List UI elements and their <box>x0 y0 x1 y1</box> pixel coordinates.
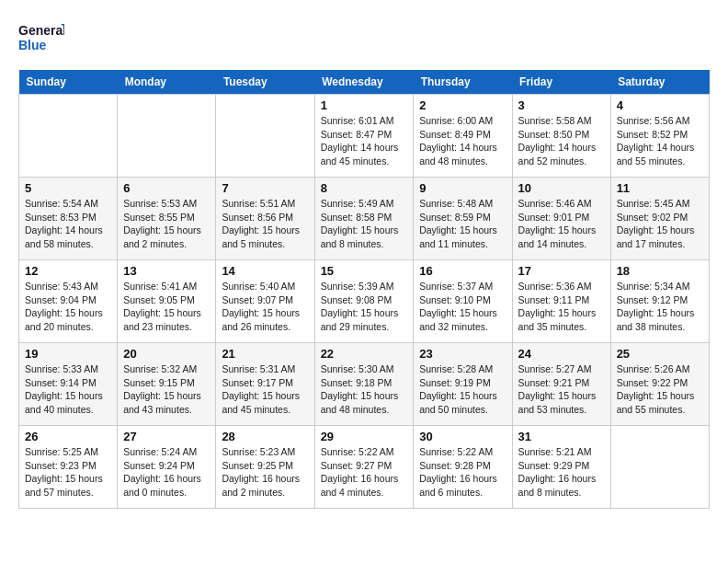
day-info: Sunrise: 5:49 AM Sunset: 8:58 PM Dayligh… <box>321 197 408 251</box>
calendar-cell: 29Sunrise: 5:22 AM Sunset: 9:27 PM Dayli… <box>314 426 414 509</box>
calendar-cell: 13Sunrise: 5:41 AM Sunset: 9:05 PM Dayli… <box>118 260 216 343</box>
day-info: Sunrise: 5:24 AM Sunset: 9:24 PM Dayligh… <box>123 445 210 500</box>
day-info: Sunrise: 5:53 AM Sunset: 8:55 PM Dayligh… <box>123 197 210 251</box>
day-info: Sunrise: 5:21 AM Sunset: 9:29 PM Dayligh… <box>518 445 605 500</box>
day-number: 13 <box>123 264 210 278</box>
calendar-cell: 18Sunrise: 5:34 AM Sunset: 9:12 PM Dayli… <box>610 260 709 343</box>
day-info: Sunrise: 5:46 AM Sunset: 9:01 PM Dayligh… <box>518 197 605 251</box>
calendar-cell: 8Sunrise: 5:49 AM Sunset: 8:58 PM Daylig… <box>314 178 414 260</box>
day-number: 30 <box>419 430 506 443</box>
day-number: 28 <box>222 430 308 443</box>
day-number: 15 <box>321 264 408 278</box>
day-header-tuesday: Tuesday <box>216 70 314 95</box>
calendar-cell: 5Sunrise: 5:54 AM Sunset: 8:53 PM Daylig… <box>19 178 118 260</box>
day-number: 26 <box>25 430 111 443</box>
day-number: 1 <box>321 98 408 112</box>
day-header-thursday: Thursday <box>414 70 512 95</box>
day-number: 12 <box>25 264 111 278</box>
day-number: 17 <box>518 264 605 278</box>
day-info: Sunrise: 5:33 AM Sunset: 9:14 PM Dayligh… <box>25 362 111 417</box>
day-info: Sunrise: 5:56 AM Sunset: 8:52 PM Dayligh… <box>617 114 703 168</box>
calendar-week-3: 12Sunrise: 5:43 AM Sunset: 9:04 PM Dayli… <box>19 260 710 343</box>
day-number: 9 <box>419 181 506 195</box>
day-info: Sunrise: 5:34 AM Sunset: 9:12 PM Dayligh… <box>617 280 703 334</box>
day-number: 21 <box>222 347 308 361</box>
calendar-cell: 31Sunrise: 5:21 AM Sunset: 9:29 PM Dayli… <box>512 426 610 509</box>
logo-svg: General Blue <box>18 18 64 55</box>
day-header-sunday: Sunday <box>19 70 118 95</box>
day-info: Sunrise: 5:31 AM Sunset: 9:17 PM Dayligh… <box>222 362 308 417</box>
day-number: 7 <box>222 181 308 195</box>
day-number: 8 <box>321 181 408 195</box>
day-header-monday: Monday <box>118 70 216 95</box>
calendar-week-4: 19Sunrise: 5:33 AM Sunset: 9:14 PM Dayli… <box>19 343 710 426</box>
day-info: Sunrise: 5:54 AM Sunset: 8:53 PM Dayligh… <box>25 197 111 251</box>
svg-text:Blue: Blue <box>18 38 47 52</box>
day-info: Sunrise: 5:41 AM Sunset: 9:05 PM Dayligh… <box>123 280 210 334</box>
calendar-cell: 7Sunrise: 5:51 AM Sunset: 8:56 PM Daylig… <box>216 178 314 260</box>
day-info: Sunrise: 5:25 AM Sunset: 9:23 PM Dayligh… <box>25 445 111 500</box>
day-number: 11 <box>617 181 703 195</box>
day-number: 3 <box>518 98 605 112</box>
day-info: Sunrise: 5:51 AM Sunset: 8:56 PM Dayligh… <box>222 197 308 251</box>
day-info: Sunrise: 5:32 AM Sunset: 9:15 PM Dayligh… <box>123 362 210 417</box>
day-info: Sunrise: 5:22 AM Sunset: 9:28 PM Dayligh… <box>419 445 506 500</box>
day-info: Sunrise: 5:48 AM Sunset: 8:59 PM Dayligh… <box>419 197 506 251</box>
day-info: Sunrise: 5:28 AM Sunset: 9:19 PM Dayligh… <box>419 362 506 417</box>
day-header-saturday: Saturday <box>610 70 709 95</box>
calendar-cell: 11Sunrise: 5:45 AM Sunset: 9:02 PM Dayli… <box>610 178 709 260</box>
calendar-cell <box>19 95 118 178</box>
calendar-cell: 22Sunrise: 5:30 AM Sunset: 9:18 PM Dayli… <box>314 343 414 426</box>
day-header-friday: Friday <box>512 70 610 95</box>
day-info: Sunrise: 6:01 AM Sunset: 8:47 PM Dayligh… <box>321 114 408 168</box>
calendar-cell: 15Sunrise: 5:39 AM Sunset: 9:08 PM Dayli… <box>314 260 414 343</box>
day-number: 10 <box>518 181 605 195</box>
day-info: Sunrise: 5:27 AM Sunset: 9:21 PM Dayligh… <box>518 362 605 417</box>
calendar-cell: 10Sunrise: 5:46 AM Sunset: 9:01 PM Dayli… <box>512 178 610 260</box>
day-info: Sunrise: 5:58 AM Sunset: 8:50 PM Dayligh… <box>518 114 605 168</box>
calendar-cell: 21Sunrise: 5:31 AM Sunset: 9:17 PM Dayli… <box>216 343 314 426</box>
calendar-table: SundayMondayTuesdayWednesdayThursdayFrid… <box>18 70 710 509</box>
calendar-cell: 2Sunrise: 6:00 AM Sunset: 8:49 PM Daylig… <box>414 95 512 178</box>
calendar-cell: 12Sunrise: 5:43 AM Sunset: 9:04 PM Dayli… <box>19 260 118 343</box>
calendar-cell <box>216 95 314 178</box>
logo: General Blue <box>18 18 64 55</box>
day-number: 18 <box>617 264 703 278</box>
calendar-cell: 28Sunrise: 5:23 AM Sunset: 9:25 PM Dayli… <box>216 426 314 509</box>
calendar-cell: 23Sunrise: 5:28 AM Sunset: 9:19 PM Dayli… <box>414 343 512 426</box>
day-number: 23 <box>419 347 506 361</box>
day-number: 2 <box>419 98 506 112</box>
day-info: Sunrise: 5:22 AM Sunset: 9:27 PM Dayligh… <box>321 445 408 500</box>
day-number: 31 <box>518 430 605 443</box>
calendar-cell: 6Sunrise: 5:53 AM Sunset: 8:55 PM Daylig… <box>118 178 216 260</box>
calendar-header: SundayMondayTuesdayWednesdayThursdayFrid… <box>19 70 710 95</box>
day-number: 4 <box>617 98 703 112</box>
day-info: Sunrise: 6:00 AM Sunset: 8:49 PM Dayligh… <box>419 114 506 168</box>
day-info: Sunrise: 5:39 AM Sunset: 9:08 PM Dayligh… <box>321 280 408 334</box>
day-number: 20 <box>123 347 210 361</box>
day-info: Sunrise: 5:43 AM Sunset: 9:04 PM Dayligh… <box>25 280 111 334</box>
calendar-cell <box>610 426 709 509</box>
calendar-cell: 17Sunrise: 5:36 AM Sunset: 9:11 PM Dayli… <box>512 260 610 343</box>
day-number: 6 <box>123 181 210 195</box>
day-number: 27 <box>123 430 210 443</box>
svg-text:General: General <box>18 23 64 38</box>
calendar-cell: 16Sunrise: 5:37 AM Sunset: 9:10 PM Dayli… <box>414 260 512 343</box>
calendar-cell: 19Sunrise: 5:33 AM Sunset: 9:14 PM Dayli… <box>19 343 118 426</box>
day-number: 24 <box>518 347 605 361</box>
day-number: 25 <box>617 347 703 361</box>
calendar-week-2: 5Sunrise: 5:54 AM Sunset: 8:53 PM Daylig… <box>19 178 710 260</box>
calendar-cell: 4Sunrise: 5:56 AM Sunset: 8:52 PM Daylig… <box>610 95 709 178</box>
day-number: 5 <box>25 181 111 195</box>
day-info: Sunrise: 5:37 AM Sunset: 9:10 PM Dayligh… <box>419 280 506 334</box>
calendar-cell: 30Sunrise: 5:22 AM Sunset: 9:28 PM Dayli… <box>414 426 512 509</box>
day-info: Sunrise: 5:45 AM Sunset: 9:02 PM Dayligh… <box>617 197 703 251</box>
calendar-cell <box>118 95 216 178</box>
calendar-week-1: 1Sunrise: 6:01 AM Sunset: 8:47 PM Daylig… <box>19 95 710 178</box>
calendar-cell: 1Sunrise: 6:01 AM Sunset: 8:47 PM Daylig… <box>314 95 414 178</box>
day-number: 29 <box>321 430 408 443</box>
calendar-cell: 25Sunrise: 5:26 AM Sunset: 9:22 PM Dayli… <box>610 343 709 426</box>
calendar-cell: 26Sunrise: 5:25 AM Sunset: 9:23 PM Dayli… <box>19 426 118 509</box>
calendar-week-5: 26Sunrise: 5:25 AM Sunset: 9:23 PM Dayli… <box>19 426 710 509</box>
day-number: 16 <box>419 264 506 278</box>
